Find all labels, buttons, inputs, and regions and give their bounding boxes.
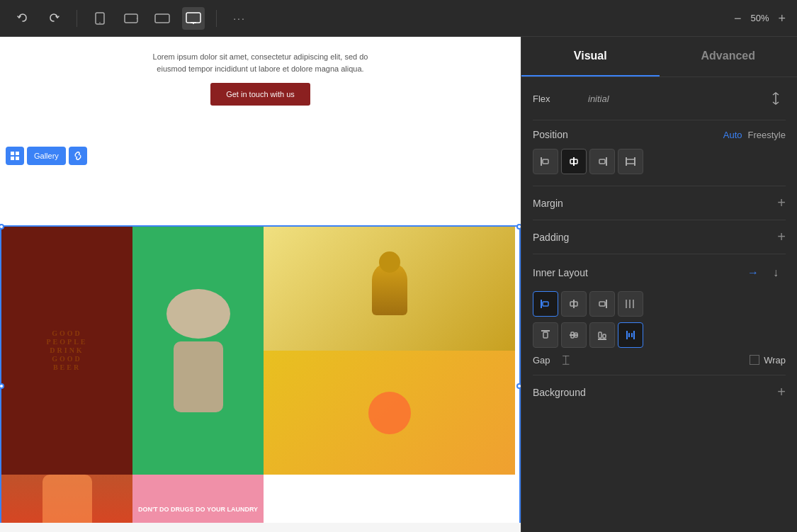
align-right-btn[interactable] bbox=[589, 149, 615, 174]
position-row: Position Auto Freestyle bbox=[533, 129, 786, 140]
toolbar: ··· − 50% + bbox=[0, 0, 797, 37]
inner-layout-label: Inner Layout bbox=[533, 267, 588, 278]
tablet-large-view-button[interactable] bbox=[151, 7, 174, 30]
inner-align-center-btn[interactable] bbox=[561, 291, 587, 317]
right-panel: Visual Advanced Flex initial Pos bbox=[521, 37, 797, 532]
hero-text: Lorem ipsum dolor sit amet, consectetur … bbox=[147, 51, 374, 74]
direction-down-btn[interactable]: ↓ bbox=[766, 263, 786, 283]
svg-rect-13 bbox=[543, 159, 548, 164]
canvas-content: Lorem ipsum dolor sit amet, consectetur … bbox=[0, 37, 521, 532]
svg-rect-5 bbox=[186, 13, 200, 23]
inner-align-row2 bbox=[533, 322, 786, 348]
svg-rect-26 bbox=[599, 302, 605, 306]
margin-label: Margin bbox=[533, 198, 563, 209]
padding-section[interactable]: Padding + bbox=[533, 220, 786, 254]
svg-rect-20 bbox=[626, 159, 635, 164]
svg-rect-9 bbox=[16, 152, 19, 155]
position-label: Position bbox=[533, 129, 718, 140]
svg-rect-37 bbox=[603, 334, 606, 338]
zoom-in-button[interactable]: + bbox=[778, 12, 786, 25]
position-auto[interactable]: Auto bbox=[723, 130, 742, 140]
gallery-label-button[interactable]: Gallery bbox=[27, 147, 66, 165]
hero-section: Lorem ipsum dolor sit amet, consectetur … bbox=[0, 37, 521, 117]
svg-point-1 bbox=[99, 22, 101, 23]
gallery-cell-statue bbox=[264, 227, 515, 351]
align-stretch-btn[interactable] bbox=[618, 149, 643, 174]
inner-valign-top-btn[interactable] bbox=[533, 322, 558, 348]
svg-rect-31 bbox=[543, 332, 548, 338]
svg-rect-41 bbox=[631, 333, 633, 337]
inner-align-cols-btn[interactable] bbox=[618, 291, 643, 317]
panel-content: Flex initial Position Auto Freestyle bbox=[521, 77, 797, 532]
panel-tabs: Visual Advanced bbox=[521, 37, 797, 77]
wrap-group: Wrap bbox=[750, 355, 786, 366]
margin-section[interactable]: Margin + bbox=[533, 186, 786, 220]
svg-rect-40 bbox=[628, 333, 630, 337]
handle-top-right[interactable] bbox=[516, 224, 521, 230]
gallery-link-icon[interactable] bbox=[69, 147, 87, 165]
position-freestyle[interactable]: Freestyle bbox=[748, 130, 786, 140]
canvas-area[interactable]: Lorem ipsum dolor sit amet, consectetur … bbox=[0, 37, 521, 532]
flex-toggle-btn[interactable] bbox=[766, 89, 786, 108]
svg-rect-11 bbox=[16, 157, 19, 160]
flex-row: Flex initial bbox=[533, 89, 786, 108]
gallery-grid-icon[interactable] bbox=[6, 147, 24, 165]
background-section[interactable]: Background + bbox=[533, 375, 786, 409]
tab-advanced[interactable]: Advanced bbox=[660, 37, 798, 77]
inner-align-row1 bbox=[533, 291, 786, 317]
background-label: Background bbox=[533, 387, 586, 398]
main-area: Lorem ipsum dolor sit amet, consectetur … bbox=[0, 37, 797, 532]
gallery-cell-beer: GOODPEOPLEDRINKGOODBEER bbox=[1, 227, 132, 475]
gallery-cell-food bbox=[264, 351, 515, 475]
svg-rect-2 bbox=[125, 14, 137, 23]
inner-valign-spread-btn[interactable] bbox=[618, 322, 643, 348]
inner-valign-bottom-btn[interactable] bbox=[589, 322, 615, 348]
tab-visual[interactable]: Visual bbox=[521, 37, 660, 77]
background-plus-icon: + bbox=[777, 384, 786, 400]
gap-cursor-icon: ⌶ bbox=[563, 353, 570, 366]
gallery-cell-dog bbox=[132, 227, 264, 475]
inner-layout-section: Inner Layout → ↓ bbox=[533, 254, 786, 291]
flex-value: initial bbox=[588, 94, 609, 104]
cta-button[interactable]: Get in touch with us bbox=[210, 83, 310, 106]
padding-plus-icon: + bbox=[777, 229, 786, 245]
flex-label: Flex bbox=[533, 94, 582, 104]
inner-layout-direction-controls: → ↓ bbox=[743, 263, 786, 283]
align-left-btn[interactable] bbox=[533, 149, 558, 174]
undo-button[interactable] bbox=[11, 7, 34, 30]
desktop-view-button[interactable] bbox=[182, 7, 205, 30]
svg-rect-8 bbox=[11, 152, 14, 155]
our-services-bar: OUR SERVICES bbox=[0, 523, 521, 532]
wrap-checkbox[interactable] bbox=[750, 355, 759, 365]
zoom-out-button[interactable]: − bbox=[734, 12, 742, 25]
direction-right-btn[interactable]: → bbox=[743, 263, 763, 283]
gap-label: Gap bbox=[533, 355, 554, 366]
svg-rect-36 bbox=[599, 332, 601, 338]
align-center-btn[interactable] bbox=[561, 149, 587, 174]
separator-2 bbox=[216, 10, 217, 27]
svg-rect-10 bbox=[11, 157, 14, 160]
more-options-button[interactable]: ··· bbox=[228, 7, 251, 30]
sign-text: DON'T DO DRUGS DO YOUR LAUNDRY bbox=[138, 505, 258, 515]
wrap-label: Wrap bbox=[764, 355, 786, 366]
padding-label: Padding bbox=[533, 232, 569, 243]
gallery-grid: GOODPEOPLEDRINKGOODBEER bbox=[0, 225, 521, 532]
svg-point-3 bbox=[137, 18, 138, 19]
position-section-header: Position Auto Freestyle bbox=[533, 120, 786, 149]
zoom-controls: − 50% + bbox=[734, 12, 786, 25]
position-align-grid bbox=[533, 149, 786, 174]
svg-rect-22 bbox=[543, 302, 548, 306]
mobile-view-button[interactable] bbox=[89, 7, 111, 30]
redo-button[interactable] bbox=[43, 7, 65, 30]
margin-plus-icon: + bbox=[777, 195, 786, 211]
separator-1 bbox=[77, 10, 77, 27]
inner-valign-middle-btn[interactable] bbox=[561, 322, 587, 348]
svg-rect-4 bbox=[155, 14, 169, 23]
inner-align-left-btn[interactable] bbox=[533, 291, 558, 317]
zoom-level: 50% bbox=[747, 13, 772, 23]
gap-row: Gap ⌶ Wrap bbox=[533, 353, 786, 366]
inner-align-right-btn[interactable] bbox=[589, 291, 615, 317]
handle-mid-right[interactable] bbox=[516, 383, 521, 389]
tablet-view-button[interactable] bbox=[120, 7, 142, 30]
gallery-toolbar: Gallery bbox=[6, 147, 87, 165]
